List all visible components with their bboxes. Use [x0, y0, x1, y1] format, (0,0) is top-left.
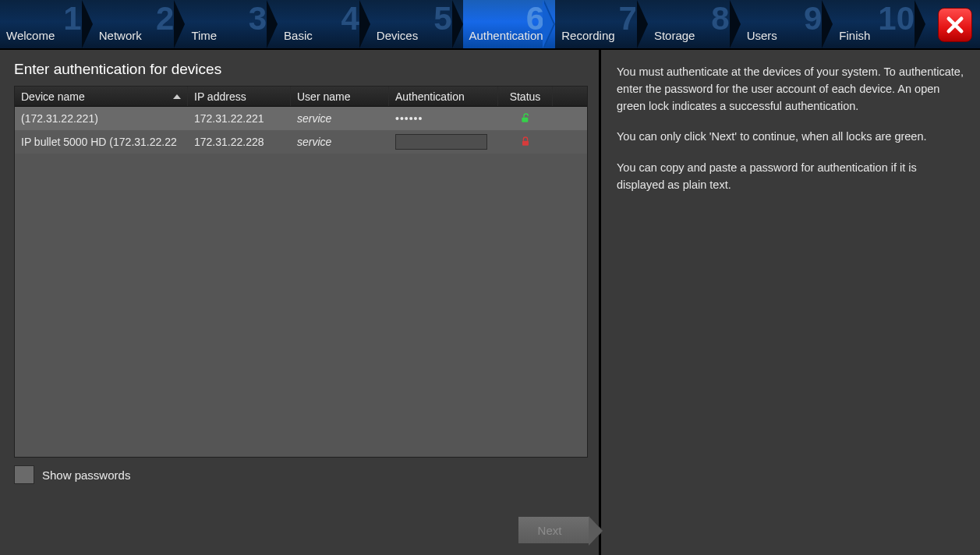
table-row[interactable]: (172.31.22.221)172.31.22.221service•••••…: [15, 107, 587, 130]
step-number: 2: [156, 2, 174, 35]
lock-closed-icon: [519, 136, 532, 148]
column-header-label: Status: [510, 90, 541, 103]
chevron-right-icon: [915, 0, 936, 48]
cell-username: service: [291, 107, 389, 130]
close-button[interactable]: [938, 8, 972, 42]
table-body: (172.31.22.221)172.31.22.221service•••••…: [15, 107, 587, 457]
column-header-username[interactable]: User name: [291, 87, 389, 106]
wizard-step-devices[interactable]: 5Devices: [370, 0, 463, 48]
wizard-step-time[interactable]: 3Time: [185, 0, 278, 48]
cell-ip: 172.31.22.221: [188, 107, 291, 130]
password-masked: ••••••: [395, 112, 423, 125]
step-label: Basic: [284, 29, 313, 42]
help-paragraph: You must authenticate at the devices of …: [617, 64, 964, 115]
wizard-step-storage[interactable]: 8Storage: [648, 0, 741, 48]
step-number: 4: [341, 2, 359, 35]
show-passwords-label: Show passwords: [42, 468, 130, 482]
wizard-step-basic[interactable]: 4Basic: [278, 0, 370, 48]
step-number: 7: [619, 2, 637, 35]
next-button-wrap: Next: [518, 516, 589, 544]
help-paragraph: You can copy and paste a password for au…: [617, 160, 964, 194]
step-label: Time: [191, 29, 217, 42]
svg-rect-1: [522, 141, 529, 146]
close-icon: [944, 14, 966, 36]
table-header: Device name IP address User name Authent…: [15, 87, 587, 107]
password-input[interactable]: [395, 134, 487, 150]
cell-status: [498, 130, 553, 154]
cell-username: service: [291, 130, 389, 154]
show-passwords-checkbox[interactable]: [14, 465, 34, 484]
step-number: 5: [433, 2, 451, 35]
main-area: Enter authentication for devices Device …: [0, 48, 980, 555]
step-label: Users: [747, 29, 777, 42]
cell-status: [498, 107, 553, 130]
column-header-label: Authentication: [395, 90, 465, 103]
step-number: 8: [711, 2, 729, 35]
step-label: Welcome: [6, 29, 55, 42]
wizard-step-network[interactable]: 2Network: [93, 0, 186, 48]
column-header-label: IP address: [194, 90, 246, 103]
column-header-spacer: [553, 87, 587, 106]
step-number: 10: [878, 2, 915, 35]
help-paragraph: You can only click 'Next' to continue, w…: [617, 129, 964, 146]
step-number: 3: [249, 2, 267, 35]
column-header-authentication[interactable]: Authentication: [389, 87, 498, 106]
cell-device-name: (172.31.22.221): [15, 107, 188, 130]
step-label: Storage: [654, 29, 695, 42]
wizard-step-users[interactable]: 9Users: [741, 0, 833, 48]
sort-asc-icon: [173, 94, 181, 99]
wizard-step-welcome[interactable]: 1Welcome: [0, 0, 93, 48]
cell-spacer: [553, 130, 587, 154]
device-auth-table: Device name IP address User name Authent…: [14, 86, 588, 458]
wizard-step-recording[interactable]: 7Recording: [555, 0, 648, 48]
cell-authentication: ••••••: [389, 107, 498, 130]
cell-authentication: [389, 130, 498, 154]
page-title: Enter authentication for devices: [14, 61, 588, 78]
step-label: Devices: [377, 29, 418, 42]
wizard-step-finish[interactable]: 10Finish: [833, 0, 925, 48]
step-label: Finish: [839, 29, 870, 42]
step-number: 1: [63, 2, 81, 35]
table-row[interactable]: IP bullet 5000 HD (172.31.22.22172.31.22…: [15, 130, 587, 154]
column-header-ip[interactable]: IP address: [188, 87, 291, 106]
lock-open-icon: [519, 112, 532, 125]
wizard-step-authentication[interactable]: 6Authentication: [463, 0, 556, 48]
svg-rect-0: [522, 118, 528, 122]
step-label: Recording: [561, 29, 614, 42]
left-pane: Enter authentication for devices Device …: [0, 50, 599, 555]
help-panel: You must authenticate at the devices of …: [599, 50, 980, 555]
step-label: Network: [99, 29, 142, 42]
cell-ip: 172.31.22.228: [188, 130, 291, 154]
column-header-label: User name: [297, 90, 350, 103]
wizard-step-bar: 1Welcome2Network3Time4Basic5Devices6Auth…: [0, 0, 980, 48]
next-button[interactable]: Next: [518, 516, 589, 544]
cell-device-name: IP bullet 5000 HD (172.31.22.22: [15, 130, 188, 154]
cell-spacer: [553, 107, 587, 130]
show-passwords-row: Show passwords: [14, 465, 588, 484]
next-button-label: Next: [538, 524, 562, 537]
column-header-label: Device name: [21, 90, 85, 103]
column-header-status[interactable]: Status: [498, 87, 553, 106]
step-label: Authentication: [469, 29, 543, 42]
step-number: 9: [804, 2, 822, 35]
column-header-device-name[interactable]: Device name: [15, 87, 188, 106]
